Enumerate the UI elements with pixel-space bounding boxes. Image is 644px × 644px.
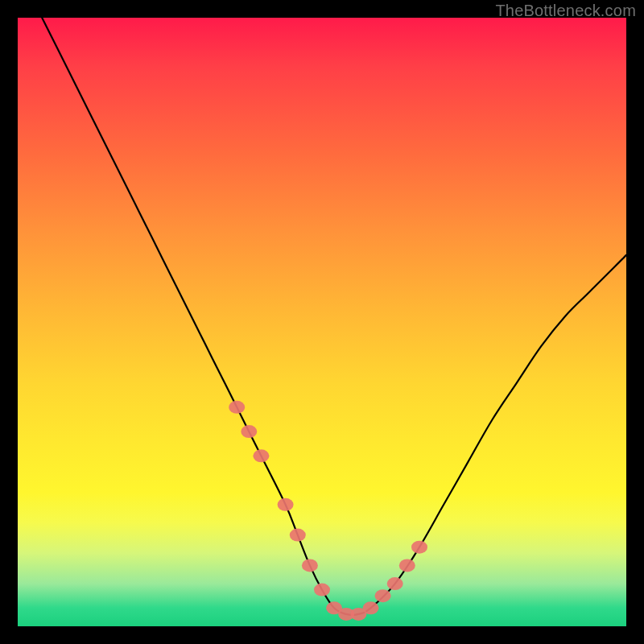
highlight-marker (278, 498, 294, 511)
highlight-marker (241, 425, 257, 438)
highlight-marker (363, 601, 379, 614)
highlight-marker (302, 559, 318, 572)
highlight-marker (387, 577, 403, 590)
highlight-marker (253, 449, 269, 462)
curve-layer (18, 18, 626, 626)
highlight-marker (411, 541, 427, 554)
watermark-label: TheBottleneck.com (495, 2, 636, 20)
highlight-marker (314, 584, 330, 597)
bottleneck-curve (42, 18, 626, 615)
highlight-marker (229, 401, 245, 414)
plot-area (18, 18, 626, 626)
chart-frame: TheBottleneck.com (0, 0, 644, 644)
highlight-marker (399, 559, 415, 572)
highlight-marker (290, 529, 306, 542)
highlight-markers (229, 401, 427, 621)
highlight-marker (375, 589, 391, 602)
